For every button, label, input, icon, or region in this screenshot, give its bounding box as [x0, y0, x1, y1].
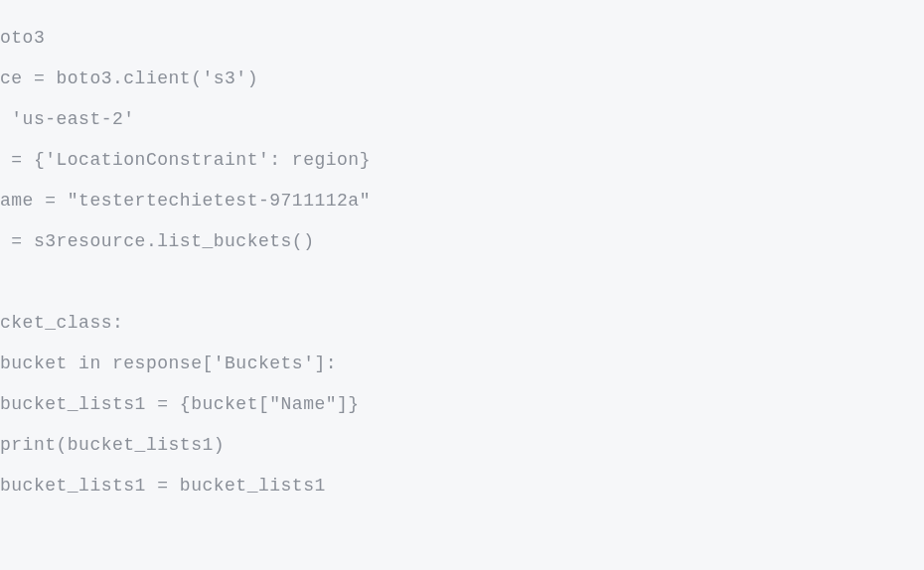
code-block: oto3 ce = boto3.client('s3') 'us-east-2'… [0, 18, 924, 506]
